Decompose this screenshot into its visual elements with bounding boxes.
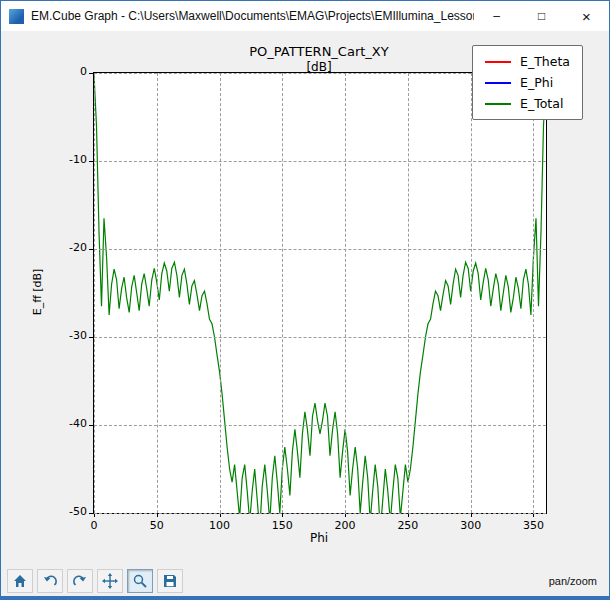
legend-entry-e_total: E_Total	[483, 93, 572, 114]
x-tick-label: 50	[137, 519, 177, 532]
gridline-vertical	[471, 73, 472, 513]
legend: E_ThetaE_PhiE_Total	[472, 45, 583, 120]
legend-entry-e_theta: E_Theta	[483, 51, 572, 72]
zoom-button[interactable]	[127, 569, 153, 593]
x-tick-label: 0	[74, 519, 114, 532]
toolbar: pan/zoom	[1, 565, 609, 596]
titlebar[interactable]: EM.Cube Graph - C:\Users\Maxwell\Documen…	[1, 1, 609, 31]
plot-canvas[interactable]	[94, 73, 546, 513]
gridline-vertical	[282, 73, 283, 513]
home-icon	[12, 573, 28, 589]
legend-line-sample	[485, 103, 511, 105]
back-arrow-icon	[42, 573, 58, 589]
window-bottom-border	[1, 596, 609, 599]
maximize-button[interactable]: □	[519, 1, 564, 31]
x-tick-label: 100	[200, 519, 240, 532]
app-icon	[9, 9, 24, 24]
y-tickmark	[89, 249, 94, 250]
x-tick-label: 200	[325, 519, 365, 532]
y-tick-label: -20	[47, 241, 87, 254]
gridline-vertical	[94, 73, 95, 513]
save-button[interactable]	[157, 569, 183, 593]
gridline-vertical	[157, 73, 158, 513]
legend-label: E_Theta	[520, 54, 570, 69]
back-button[interactable]	[37, 569, 63, 593]
close-icon: ×	[582, 9, 591, 24]
x-tick-label: 150	[262, 519, 302, 532]
pan-button[interactable]	[97, 569, 123, 593]
home-button[interactable]	[7, 569, 33, 593]
gridline-horizontal	[94, 249, 546, 250]
legend-line-sample	[485, 61, 511, 63]
maximize-icon: □	[538, 10, 545, 22]
gridline-vertical	[533, 73, 534, 513]
y-tickmark	[89, 73, 94, 74]
y-tick-label: -40	[47, 417, 87, 430]
minimize-icon: –	[493, 10, 500, 22]
gridline-horizontal	[94, 161, 546, 162]
forward-arrow-icon	[72, 573, 88, 589]
legend-label: E_Total	[520, 96, 563, 111]
minimize-button[interactable]: –	[474, 1, 519, 31]
gridline-horizontal	[94, 425, 546, 426]
save-icon	[162, 573, 178, 589]
legend-line-sample	[485, 82, 511, 84]
gridline-vertical	[345, 73, 346, 513]
figure: PO_PATTERN_Cart_XY [dB] E_ff [dB] Phi 05…	[1, 31, 609, 565]
e-total-curve	[94, 75, 546, 513]
zoom-rect-icon	[132, 573, 148, 589]
forward-button[interactable]	[67, 569, 93, 593]
gridline-horizontal	[94, 337, 546, 338]
window-title: EM.Cube Graph - C:\Users\Maxwell\Documen…	[31, 9, 474, 23]
legend-entry-e_phi: E_Phi	[483, 72, 572, 93]
x-tick-label: 300	[451, 519, 491, 532]
x-tick-label: 350	[513, 519, 553, 532]
app-window: EM.Cube Graph - C:\Users\Maxwell\Documen…	[0, 0, 610, 600]
gridline-horizontal	[94, 513, 546, 514]
y-tick-label: -10	[47, 153, 87, 166]
pan-arrows-icon	[102, 573, 118, 589]
y-tickmark	[89, 425, 94, 426]
window-controls: – □ ×	[474, 1, 609, 31]
x-tick-label: 250	[388, 519, 428, 532]
plot-area[interactable]: 0501001502002503003500-10-20-30-40-50	[93, 72, 547, 514]
y-axis-label: E_ff [dB]	[31, 269, 44, 316]
x-axis-label: Phi	[93, 531, 545, 545]
y-tickmark	[89, 161, 94, 162]
gridline-vertical	[220, 73, 221, 513]
toolbar-buttons	[7, 569, 183, 593]
close-button[interactable]: ×	[564, 1, 609, 31]
y-tick-label: 0	[47, 65, 87, 78]
y-tick-label: -30	[47, 329, 87, 342]
status-text: pan/zoom	[549, 575, 597, 587]
y-tick-label: -50	[47, 505, 87, 518]
y-tickmark	[89, 337, 94, 338]
legend-label: E_Phi	[520, 75, 553, 90]
gridline-vertical	[408, 73, 409, 513]
y-tickmark	[89, 513, 94, 514]
